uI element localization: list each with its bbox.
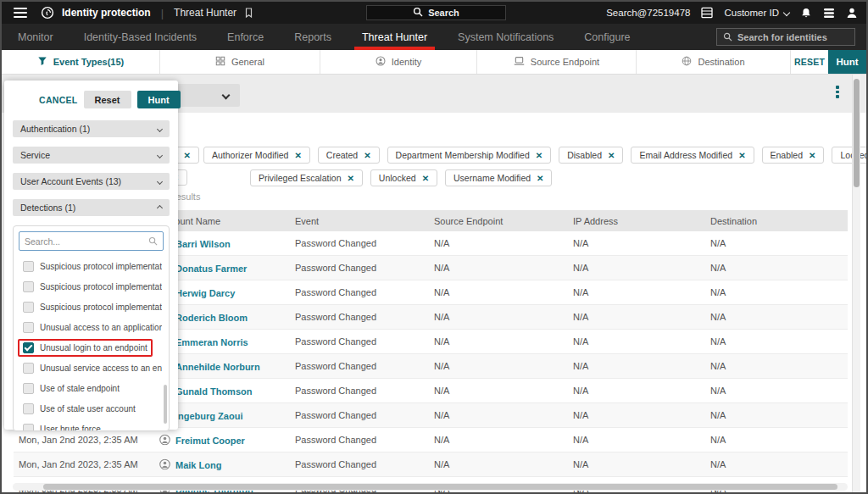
filter-chip: Enabled ✕ [762,147,825,164]
vertical-scrollbar[interactable] [852,75,860,492]
server-icon[interactable] [701,7,713,19]
panel-hunt-button[interactable]: Hunt [137,91,181,108]
detection-option[interactable]: Use of stale endpoint [14,378,169,398]
detection-option[interactable]: Suspicious protocol implementation (pass… [14,276,169,297]
bookmark-icon[interactable] [243,7,254,19]
cell-destination: N/A [710,287,726,297]
checkbox[interactable] [23,281,34,292]
account-name-link[interactable]: Ingeburg Zaoui [175,410,242,420]
remove-chip-icon[interactable]: ✕ [422,174,429,183]
checkbox[interactable] [23,363,34,374]
account-name-link[interactable]: Roderich Bloom [175,312,248,322]
panel-reset-button[interactable]: Reset [84,91,131,108]
cell-ip-address: N/A [573,287,588,297]
checkbox[interactable] [23,322,34,333]
account-name-link[interactable]: Herwig Darcy [175,287,235,297]
account-name-link[interactable]: Donatus Farmer [175,263,247,273]
user-profile-icon[interactable] [846,7,858,19]
cell-source-endpoint: N/A [434,459,449,469]
cell-destination: N/A [710,361,726,371]
detections-search-input[interactable] [25,236,145,247]
filter-section-user-account-events-[interactable]: User Account Events (13) [13,173,170,190]
cell-source-endpoint: N/A [434,312,449,322]
vertical-scrollbar-thumb[interactable] [854,79,860,187]
hunt-button[interactable]: Hunt [828,50,866,74]
checkbox[interactable] [23,424,34,432]
detection-option[interactable]: Unusual access to an application [14,317,169,337]
checkbox[interactable] [23,342,34,353]
cell-ip-address: N/A [573,263,588,273]
filter-tab-event-types-[interactable]: Event Types(15) [2,50,159,74]
account-name-link[interactable]: Freimut Cooper [175,435,245,445]
horizontal-scrollbar-thumb[interactable] [43,484,837,490]
account-name-link[interactable]: Emmeran Norris [175,336,248,347]
account-name-link[interactable]: Annehilde Norburn [175,361,260,371]
cell-source-endpoint: N/A [434,386,449,396]
list-scrollbar-thumb[interactable] [164,385,167,424]
customer-id-menu[interactable]: Customer ID [724,8,789,18]
checkbox[interactable] [23,383,34,394]
remove-chip-icon[interactable]: ✕ [809,151,815,160]
remove-chip-icon[interactable]: ✕ [608,151,615,160]
filter-section-detections-[interactable]: Detections (1) [13,199,170,216]
nav-tab-configure[interactable]: Configure [579,24,635,50]
filter-tab-identity[interactable]: Identity [320,50,476,74]
remove-chip-icon[interactable]: ✕ [294,151,301,160]
filter-tab-general[interactable]: General [159,50,320,74]
detections-list: Suspicious protocol implementation (NTL.… [13,225,170,431]
account-name-link[interactable]: Maik Long [175,459,221,469]
nav-tab-enforce[interactable]: Enforce [222,24,269,50]
detection-option[interactable]: Unusual service access to an endpoint [14,358,169,378]
remove-chip-icon[interactable]: ✕ [184,151,191,160]
filter-chip: Email Address Modified ✕ [631,147,754,164]
chip-label: Created [326,150,358,160]
cell-account-name[interactable]: Freimut Cooper [159,435,245,446]
nav-tab-monitor[interactable]: Monitor [13,24,58,50]
detections-search-box[interactable] [19,231,164,251]
identity-search-box[interactable] [716,28,855,46]
cell-account-name[interactable]: Maik Long [159,459,221,470]
checkbox[interactable] [23,261,34,272]
notifications-bell-icon[interactable] [800,7,812,19]
account-name-link[interactable]: Gunald Thomson [175,386,252,396]
detection-label: Suspicious protocol implementation (pass… [40,282,162,291]
cell-destination: N/A [710,386,726,396]
chip-label: Unlocked [379,173,416,183]
detection-option[interactable]: Use of stale user account [14,398,169,419]
nav-tab-reports[interactable]: Reports [289,24,337,50]
checkbox[interactable] [23,403,34,414]
filter-tab-destination[interactable]: Destination [636,50,790,74]
cancel-button[interactable]: CANCEL [39,95,78,105]
filter-section-authentication-[interactable]: Authentication (1) [13,120,170,137]
filter-tab-source-endpoint[interactable]: Source Endpoint [476,50,636,74]
nav-tab-threat-hunter[interactable]: Threat Hunter [357,24,432,50]
remove-chip-icon[interactable]: ✕ [347,174,353,183]
filter-section-service[interactable]: Service [13,147,170,164]
account-name-link[interactable]: Barri Wilson [175,238,231,248]
filter-chips-row-2: Privileged Escalation ✕ Unlocked ✕ Usern… [250,169,552,186]
kebab-menu-icon[interactable] [832,86,843,103]
user-avatar-icon [159,435,170,446]
identity-search-input[interactable] [737,32,849,42]
detection-option[interactable]: Unusual login to an endpoint [14,337,169,358]
global-search-input[interactable]: Search [366,5,506,20]
remove-chip-icon[interactable]: ✕ [738,151,745,160]
filter-chips-row-1: Authorizer Modified ✕ Created ✕ Departme… [203,147,866,164]
remove-chip-icon[interactable]: ✕ [536,151,542,160]
cell-ip-address: N/A [573,312,588,322]
detection-option[interactable]: Suspicious protocol implementation (NTL.… [14,256,169,276]
detection-label: Suspicious protocol implementation (NTL.… [40,262,162,271]
detection-option[interactable]: User brute force [14,419,169,431]
cell-source-endpoint: N/A [434,435,449,445]
remove-chip-icon[interactable]: ✕ [537,174,543,183]
horizontal-scrollbar[interactable] [13,483,848,491]
detection-option[interactable]: Suspicious protocol implementation (vali… [14,297,169,317]
filter-chip: Department Membership Modified ✕ [387,147,552,164]
stack-icon[interactable] [823,8,835,19]
remove-chip-icon[interactable]: ✕ [364,151,370,160]
checkbox[interactable] [23,302,34,313]
hamburger-menu-icon[interactable] [14,5,27,20]
reset-filters-button[interactable]: RESET [790,50,828,74]
nav-tab-identity-based-incidents[interactable]: Identity-Based Incidents [79,24,202,50]
nav-tab-system-notifications[interactable]: System Notifications [453,24,559,50]
